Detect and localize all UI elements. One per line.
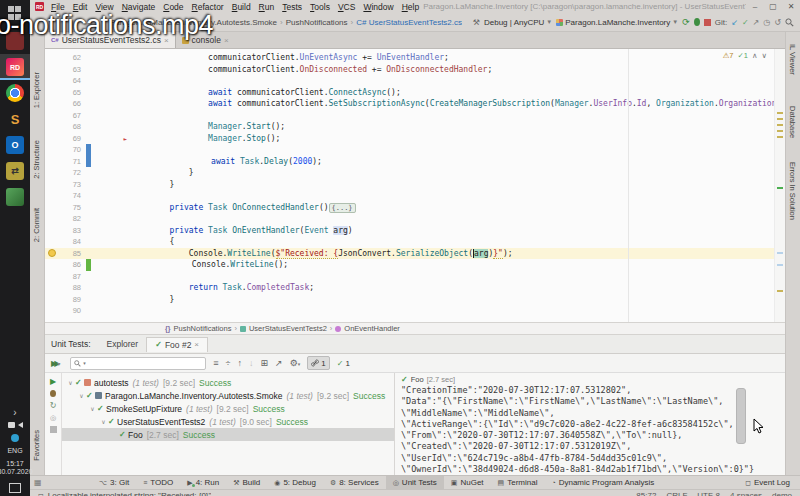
code-line[interactable]: 75private Task OnConnectedHandler(){...}: [45, 202, 774, 214]
export-icon[interactable]: ↗: [275, 358, 283, 368]
taskbar-app-red[interactable]: [0, 28, 30, 54]
code-line[interactable]: 71await Task.Delay(2000);: [45, 156, 774, 168]
tray-chevron-icon[interactable]: ›: [11, 407, 20, 418]
toolwindow-run[interactable]: ▶4: Run: [180, 476, 226, 489]
track-running-test-icon[interactable]: ⊞: [261, 358, 269, 368]
menu-view[interactable]: View: [91, 2, 117, 12]
toolwindow-todo[interactable]: ≡TODO: [136, 476, 180, 489]
debug-tests-icon[interactable]: [50, 390, 56, 397]
profile-icon[interactable]: ◎: [50, 414, 56, 422]
status-item[interactable]: 85:72: [636, 490, 656, 496]
git-commit-icon[interactable]: ✓: [742, 18, 749, 27]
solution-config-dropdown[interactable]: Debug | AnyCPU▼: [484, 18, 552, 27]
toolwindow-debug[interactable]: ◉5: Debug: [267, 476, 323, 489]
run-config-dropdown[interactable]: Paragon.LaManche.Inventory▼: [556, 18, 678, 27]
code-editor[interactable]: 62communicatorClient.UnEventAsync += UnE…: [45, 49, 785, 323]
start-button-icon[interactable]: [8, 6, 22, 20]
close-icon[interactable]: ×: [194, 340, 199, 349]
taskbar-app-yellow[interactable]: ⇄: [0, 158, 30, 184]
stripe-1-explorer[interactable]: 1: Explorer: [32, 72, 41, 108]
rerun-tests-icon[interactable]: ▶: [50, 377, 56, 386]
menu-refactor[interactable]: Refactor: [188, 2, 228, 12]
tray-app-icon[interactable]: [8, 422, 15, 428]
code-line[interactable]: 88return Task.CompletedTask;: [45, 282, 774, 294]
editor-breadcrumb-item[interactable]: UserStatusEventTests2: [249, 324, 327, 333]
taskbar-app-sublime[interactable]: S: [0, 106, 30, 132]
code-line[interactable]: 64: [45, 75, 774, 87]
code-line[interactable]: 87: [45, 271, 774, 283]
menu-run[interactable]: Run: [255, 2, 279, 12]
stripe-errors-in-solution[interactable]: Errors In Solution: [788, 162, 797, 220]
editor-breadcrumb-item[interactable]: OnEventHandler: [344, 324, 399, 333]
taskbar-app-outlook[interactable]: O: [0, 132, 30, 158]
status-item[interactable]: UTF-8: [697, 490, 720, 496]
toolwindow-dpa[interactable]: ◔Dynamic Program Analysis: [544, 476, 661, 489]
maximize-button[interactable]: ▢: [764, 0, 782, 13]
close-icon[interactable]: ×: [224, 36, 229, 45]
run-button[interactable]: ⟳: [682, 17, 690, 27]
git-update-icon[interactable]: ↙: [731, 18, 738, 27]
tab-console[interactable]: console×: [176, 32, 235, 48]
close-button[interactable]: ✕: [782, 0, 800, 13]
scrollbar-thumb[interactable]: [736, 388, 746, 444]
toolwindow-git[interactable]: ⌥3: Git: [92, 476, 136, 489]
stripe-favorites[interactable]: Favorites: [32, 430, 41, 461]
taskbar-app-green[interactable]: [0, 184, 30, 210]
code-line[interactable]: 74: [45, 190, 774, 202]
chevron-down-icon[interactable]: ∨: [66, 379, 75, 386]
menu-vcs[interactable]: VCS: [334, 2, 359, 12]
test-search-input[interactable]: ▾: [70, 357, 206, 370]
test-tree-row[interactable]: ∨✓Paragon.LaManche.Inventory.Autotests.S…: [62, 389, 394, 402]
toolwindow-unittests[interactable]: ◎Unit Tests: [386, 476, 444, 489]
code-line[interactable]: 69►Manager.Stop();: [45, 133, 774, 145]
settings-gear-icon[interactable]: ⚙▾: [290, 358, 301, 368]
breadcrumb-item[interactable]: Paragon.LaManche.Inventory.Autotests.Smo…: [110, 18, 277, 27]
taskbar-clock[interactable]: 15:17 30.07.2020: [0, 460, 33, 476]
code-line[interactable]: 90: [45, 305, 774, 317]
speaker-icon[interactable]: [18, 422, 23, 428]
run-all-tests-button[interactable]: ▶▶▾: [51, 359, 63, 368]
toolwindow-event-log[interactable]: ◻ Event Log: [745, 478, 800, 487]
tab-foo-session[interactable]: ✓ Foo #2 ×: [146, 337, 208, 352]
menu-build[interactable]: Build: [228, 2, 255, 12]
next-test-icon[interactable]: ↓: [249, 358, 254, 368]
language-indicator[interactable]: ENG: [7, 447, 22, 454]
toolwindow-build[interactable]: ⚒Build: [226, 476, 267, 489]
tab-userstatuseventtests2-cs[interactable]: C#UserStatusEventTests2.cs×: [45, 32, 176, 48]
next-issue-icon[interactable]: ∨: [762, 51, 768, 60]
toolwindow-services[interactable]: ⚙8: Services: [323, 476, 386, 489]
chevron-down-icon[interactable]: ∨: [88, 405, 97, 412]
menu-navigate[interactable]: Navigate: [118, 2, 160, 12]
stripe-2-structure[interactable]: 2: Structure: [32, 140, 41, 179]
breadcrumb-item[interactable]: PushNotifications: [286, 18, 348, 27]
menu-help[interactable]: Help: [398, 2, 423, 12]
code-line[interactable]: 66await communicatorClient.SetSubscripti…: [45, 98, 774, 110]
code-line[interactable]: 85Console.WriteLine($"Received: {JsonCon…: [45, 248, 774, 260]
minimize-button[interactable]: –: [746, 0, 764, 13]
status-item[interactable]: demo: [772, 490, 792, 496]
inspection-widget[interactable]: ⚠7 ✓1 ∧ ∨: [721, 51, 769, 60]
rerun-failed-icon[interactable]: ↻: [50, 401, 57, 410]
code-line[interactable]: 83private Task OnEventHandler(Event arg): [45, 225, 774, 237]
code-line[interactable]: 73}: [45, 179, 774, 191]
chevron-down-icon[interactable]: ∨: [77, 392, 86, 399]
stripe-2-commit[interactable]: 2: Commit: [32, 208, 41, 242]
code-line[interactable]: 63communicatorClient.OnDisconnected += O…: [45, 64, 774, 76]
code-line[interactable]: 86Console.WriteLine();: [45, 259, 774, 271]
code-line[interactable]: 82: [45, 213, 774, 225]
notification-center-icon[interactable]: [9, 483, 21, 493]
test-tree-row[interactable]: ∨✓UserStatusEventTests2(1 test)[9.0 sec]…: [62, 415, 394, 428]
local-history-icon[interactable]: ◷: [763, 18, 770, 27]
stripe-il-viewer[interactable]: IL Viewer: [788, 44, 797, 75]
tray-blue-icon[interactable]: [11, 434, 19, 442]
error-stripe[interactable]: [774, 49, 785, 322]
rollback-icon[interactable]: ↺: [774, 18, 781, 27]
test-tree-row[interactable]: ∨✓SmokeSetUpFixture(1 test)[9.2 sec]Succ…: [62, 402, 394, 415]
expand-all-icon[interactable]: ≡: [213, 358, 218, 368]
test-tree-row[interactable]: ✓Foo[2.7 sec]Success: [62, 428, 394, 441]
prev-issue-icon[interactable]: ∧: [752, 51, 758, 60]
taskbar-app-rider[interactable]: RD: [0, 54, 30, 80]
collapse-all-icon[interactable]: ÷: [226, 358, 231, 368]
code-line[interactable]: 62communicatorClient.UnEventAsync += UnE…: [45, 52, 774, 64]
toolwindow-nuget[interactable]: ▣NuGet: [444, 476, 491, 489]
